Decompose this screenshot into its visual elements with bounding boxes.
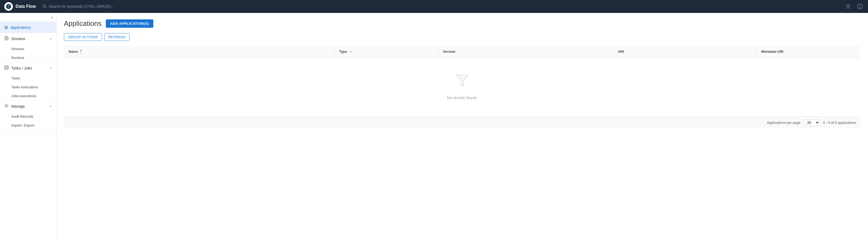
sidebar-section-tasks: Tasks / Jobs ∨ Tasks Tasks executions Jo…	[0, 62, 56, 101]
sidebar-subitem-tasks-executions[interactable]: Tasks executions	[0, 83, 56, 91]
empty-state: No results found.	[64, 58, 860, 116]
brand: Data Flow	[4, 2, 36, 11]
sidebar-item-streams[interactable]: Streams ∨	[0, 33, 56, 45]
add-applications-button[interactable]: ADD APPLICATION(S)	[106, 19, 153, 28]
sidebar-item-manage[interactable]: Manage ∨	[0, 101, 56, 112]
svg-point-6	[860, 5, 860, 6]
column-uri: URI	[613, 46, 757, 58]
column-metadata-uri: Metadata URI	[757, 46, 860, 58]
per-page-label: Applications per page	[767, 121, 800, 125]
toolbar: GROUP ACTIONS REFRESH	[64, 33, 861, 41]
sidebar-item-tasks-jobs[interactable]: Tasks / Jobs ∨	[0, 62, 56, 74]
group-actions-button[interactable]: GROUP ACTIONS	[64, 33, 102, 41]
funnel-icon	[69, 74, 855, 92]
sidebar-subitem-jobs-executions[interactable]: Jobs executions	[0, 91, 56, 100]
sidebar-label-manage: Manage	[11, 104, 25, 108]
chevron-down-icon: ∨	[50, 37, 52, 41]
sidebar-label-streams: Streams	[11, 36, 25, 41]
info-icon	[857, 4, 863, 9]
main-content: Applications ADD APPLICATION(S) GROUP AC…	[56, 13, 868, 238]
svg-point-8	[6, 37, 7, 39]
search-input[interactable]	[49, 4, 129, 9]
sort-name[interactable]: ▲ ▼	[80, 49, 82, 54]
collapse-button[interactable]: «	[51, 15, 53, 19]
sidebar-subitem-import-export[interactable]: Import / Export	[0, 121, 56, 130]
settings-button[interactable]	[844, 3, 852, 10]
svg-point-0	[6, 4, 11, 9]
tasks-icon	[4, 65, 9, 71]
sidebar-section-manage: Manage ∨ Audit Records Import / Export	[0, 101, 56, 130]
chevron-down-icon-2: ∨	[50, 66, 52, 70]
sidebar-subitem-audit-records[interactable]: Audit Records	[0, 112, 56, 121]
navbar: Data Flow	[0, 0, 868, 13]
apps-icon: ⊞	[4, 25, 8, 30]
sidebar-subitem-streams[interactable]: Streams	[0, 45, 56, 53]
svg-point-7	[5, 36, 8, 40]
table-header: Name ▲ ▼ Type ▼	[64, 46, 861, 58]
empty-state-row: No results found.	[64, 58, 861, 116]
sidebar-section-applications: ⊞ Applications	[0, 22, 56, 33]
main-layout: « ⊞ Applications Streams ∨	[0, 13, 868, 238]
gear-icon	[845, 4, 851, 9]
sidebar-collapse[interactable]: «	[0, 13, 56, 22]
sort-desc-icon: ▼	[80, 52, 82, 54]
sidebar-subitem-runtime[interactable]: Runtime	[0, 53, 56, 62]
chevron-down-icon-3: ∨	[50, 104, 52, 108]
search-icon	[42, 4, 47, 9]
sidebar-item-applications[interactable]: ⊞ Applications	[0, 22, 56, 33]
column-version: Version	[438, 46, 613, 58]
sidebar-section-streams: Streams ∨ Streams Runtime	[0, 33, 56, 62]
svg-line-2	[45, 7, 46, 8]
filter-type-icon: ▼	[350, 50, 353, 53]
svg-point-3	[847, 6, 849, 7]
manage-icon	[4, 104, 9, 109]
app-logo	[4, 2, 13, 11]
sidebar: « ⊞ Applications Streams ∨	[0, 13, 56, 238]
sidebar-subitem-tasks[interactable]: Tasks	[0, 74, 56, 83]
table-body: No results found.	[64, 58, 861, 116]
pagination-range: 0 - 0 of 0 applications	[823, 121, 856, 125]
page-header: Applications ADD APPLICATION(S)	[64, 19, 861, 28]
column-type[interactable]: Type ▼	[335, 46, 438, 58]
empty-message: No results found.	[69, 95, 855, 100]
streams-icon	[4, 36, 9, 42]
sidebar-label-tasks-jobs: Tasks / Jobs	[11, 66, 32, 70]
table-footer: Applications per page 20 10 50 100 0 - 0…	[64, 116, 861, 129]
info-button[interactable]	[856, 3, 864, 10]
search-bar[interactable]	[42, 4, 844, 9]
sidebar-item-label-applications: Applications	[10, 25, 31, 30]
svg-point-12	[6, 105, 7, 107]
applications-table: Name ▲ ▼ Type ▼	[64, 45, 861, 116]
page-title: Applications	[64, 19, 101, 28]
sort-asc-icon: ▲	[80, 49, 82, 51]
navbar-icons	[844, 3, 864, 10]
app-title: Data Flow	[16, 4, 36, 9]
refresh-button[interactable]: REFRESH	[104, 33, 129, 41]
per-page-select[interactable]: 20 10 50 100	[804, 119, 820, 126]
column-name[interactable]: Name ▲ ▼	[64, 46, 335, 58]
